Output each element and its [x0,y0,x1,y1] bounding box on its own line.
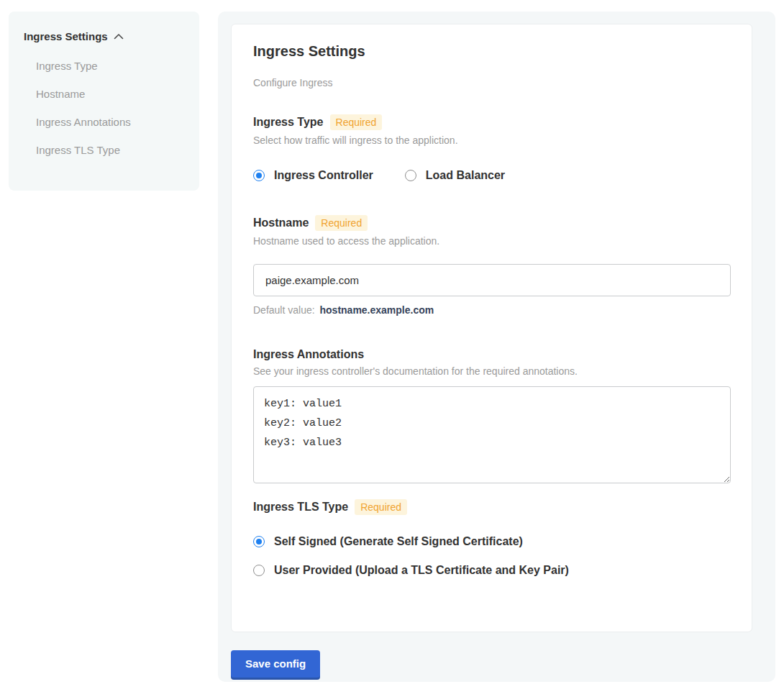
page-title: Ingress Settings [253,43,730,60]
sidebar-item-hostname[interactable]: Hostname [36,80,185,108]
config-main-panel: Ingress Settings Configure Ingress Ingre… [218,12,775,682]
hostname-label: Hostname [253,217,309,229]
radio-label: User Provided (Upload a TLS Certificate … [274,564,569,577]
required-badge: Required [355,499,407,515]
annotations-help: See your ingress controller's documentat… [253,365,730,377]
hostname-default-line: Default value: hostname.example.com [253,304,730,316]
annotations-label: Ingress Annotations [253,348,364,361]
ingress-type-help: Select how traffic will ingress to the a… [253,135,730,146]
hostname-input[interactable] [253,264,731,296]
required-badge: Required [330,114,383,130]
ingress-type-label: Ingress Type [253,116,324,129]
radio-load-balancer[interactable]: Load Balancer [405,169,505,182]
radio-icon [253,536,265,547]
sidebar-group-label: Ingress Settings [24,30,108,42]
section-ingress-tls-type: Ingress TLS Type Required Self Signed (G… [253,499,730,577]
config-group-card: Ingress Settings Configure Ingress Ingre… [231,24,752,632]
radio-ingress-controller[interactable]: Ingress Controller [253,169,373,182]
section-ingress-type: Ingress Type Required Select how traffic… [253,114,730,182]
radio-label: Ingress Controller [274,169,373,182]
radio-self-signed[interactable]: Self Signed (Generate Self Signed Certif… [253,535,730,548]
hostname-help: Hostname used to access the application. [253,235,730,247]
radio-icon [253,170,265,181]
radio-icon [405,170,416,181]
radio-label: Load Balancer [426,169,505,182]
annotations-textarea[interactable]: key1: value1 key2: value2 key3: value3 [253,386,731,483]
section-hostname: Hostname Required Hostname used to acces… [253,215,730,316]
tls-type-label: Ingress TLS Type [253,501,348,514]
sidebar-item-ingress-type[interactable]: Ingress Type [36,52,185,80]
default-value-label: Default value: [253,304,315,316]
required-badge: Required [315,215,368,231]
section-ingress-annotations: Ingress Annotations See your ingress con… [253,348,730,483]
config-nav-sidebar: Ingress Settings Ingress Type Hostname I… [9,12,199,191]
radio-user-provided[interactable]: User Provided (Upload a TLS Certificate … [253,564,730,577]
page-subtitle: Configure Ingress [253,77,730,88]
save-config-button[interactable]: Save config [231,650,320,678]
chevron-up-icon [114,33,124,40]
radio-icon [253,565,265,576]
radio-label: Self Signed (Generate Self Signed Certif… [274,535,523,548]
sidebar-item-ingress-tls-type[interactable]: Ingress TLS Type [36,136,185,164]
sidebar-item-ingress-annotations[interactable]: Ingress Annotations [36,108,185,136]
sidebar-group-ingress-settings[interactable]: Ingress Settings [24,30,185,42]
default-value-text: hostname.example.com [320,304,434,316]
